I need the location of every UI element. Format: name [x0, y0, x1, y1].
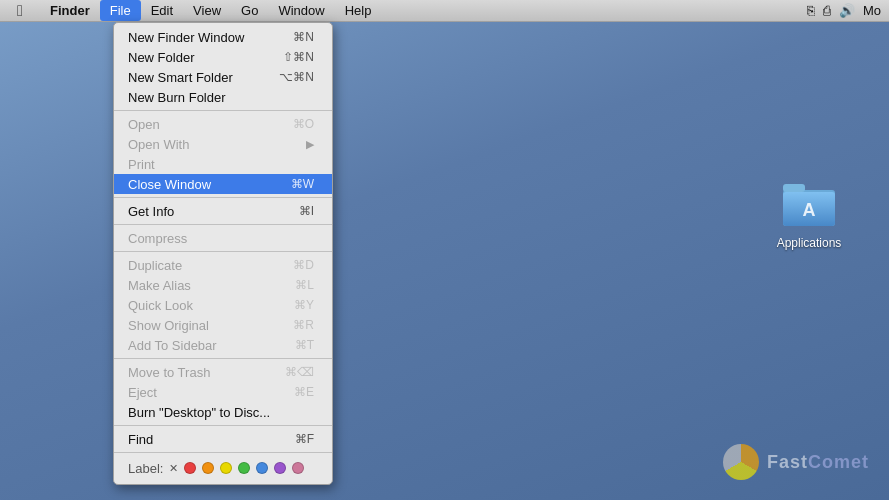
- wifi-icon[interactable]: ⎘: [807, 3, 815, 18]
- menubar-file[interactable]: File: [100, 0, 141, 21]
- menu-shortcut: ⌘R: [293, 318, 314, 332]
- watermark-logo: [723, 444, 759, 480]
- menu-label: New Burn Folder: [128, 90, 226, 105]
- menu-open-with: Open With ▶: [114, 134, 332, 154]
- menu-label: Print: [128, 157, 155, 172]
- menu-label: Find: [128, 432, 153, 447]
- menu-shortcut: ⌘I: [299, 204, 314, 218]
- user-label: Mo: [863, 3, 881, 18]
- menu-label: Get Info: [128, 204, 174, 219]
- menu-eject: Eject ⌘E: [114, 382, 332, 402]
- applications-label: Applications: [777, 236, 842, 250]
- menu-label: Add To Sidebar: [128, 338, 217, 353]
- menu-shortcut: ⌘⌫: [285, 365, 314, 379]
- menubar-window[interactable]: Window: [268, 0, 334, 21]
- menu-show-original: Show Original ⌘R: [114, 315, 332, 335]
- menu-new-finder-window[interactable]: New Finder Window ⌘N: [114, 27, 332, 47]
- menu-add-to-sidebar: Add To Sidebar ⌘T: [114, 335, 332, 355]
- menu-label: Show Original: [128, 318, 209, 333]
- menu-label: Compress: [128, 231, 187, 246]
- svg-text:A: A: [803, 200, 816, 220]
- bluetooth-icon[interactable]: ⎙: [823, 3, 831, 18]
- menu-print: Print: [114, 154, 332, 174]
- menu-shortcut: ⌘L: [295, 278, 314, 292]
- menu-label: Duplicate: [128, 258, 182, 273]
- menu-quick-look: Quick Look ⌘Y: [114, 295, 332, 315]
- menu-shortcut: ⌘T: [295, 338, 314, 352]
- svg-rect-1: [783, 184, 805, 192]
- label-section: Label: ✕: [114, 456, 332, 480]
- menu-shortcut: ⇧⌘N: [283, 50, 314, 64]
- folder-svg: A: [783, 180, 835, 232]
- menu-label: New Folder: [128, 50, 194, 65]
- menu-shortcut: ⌘W: [291, 177, 314, 191]
- menu-shortcut: ⌘D: [293, 258, 314, 272]
- label-purple[interactable]: [274, 462, 286, 474]
- menu-new-burn-folder[interactable]: New Burn Folder: [114, 87, 332, 107]
- submenu-arrow: ▶: [306, 138, 314, 151]
- menu-compress: Compress: [114, 228, 332, 248]
- menu-shortcut: ⌘E: [294, 385, 314, 399]
- watermark: FastComet: [723, 444, 869, 480]
- label-red[interactable]: [184, 462, 196, 474]
- apple-menu[interactable]: : [0, 0, 40, 21]
- menu-duplicate: Duplicate ⌘D: [114, 255, 332, 275]
- menu-label: Open With: [128, 137, 189, 152]
- separator-1: [114, 110, 332, 111]
- file-menu-dropdown: New Finder Window ⌘N New Folder ⇧⌘N New …: [113, 22, 333, 485]
- watermark-fast: Fast: [767, 452, 808, 472]
- watermark-text: FastComet: [767, 452, 869, 473]
- separator-7: [114, 452, 332, 453]
- menubar-edit[interactable]: Edit: [141, 0, 183, 21]
- menu-close-window[interactable]: Close Window ⌘W: [114, 174, 332, 194]
- desktop:  Finder File Edit View Go Window Help ⎘…: [0, 0, 889, 500]
- menu-label: Eject: [128, 385, 157, 400]
- menu-make-alias: Make Alias ⌘L: [114, 275, 332, 295]
- menubar-finder[interactable]: Finder: [40, 0, 100, 21]
- label-clear[interactable]: ✕: [169, 462, 178, 475]
- menu-label: Burn "Desktop" to Disc...: [128, 405, 270, 420]
- menu-shortcut: ⌘N: [293, 30, 314, 44]
- menu-burn[interactable]: Burn "Desktop" to Disc...: [114, 402, 332, 422]
- menu-label: New Finder Window: [128, 30, 244, 45]
- separator-3: [114, 224, 332, 225]
- label-orange[interactable]: [202, 462, 214, 474]
- menu-label: Quick Look: [128, 298, 193, 313]
- menubar-view[interactable]: View: [183, 0, 231, 21]
- menu-get-info[interactable]: Get Info ⌘I: [114, 201, 332, 221]
- separator-5: [114, 358, 332, 359]
- menu-label: Move to Trash: [128, 365, 210, 380]
- volume-icon[interactable]: 🔊: [839, 3, 855, 18]
- menu-label: Open: [128, 117, 160, 132]
- menu-move-to-trash: Move to Trash ⌘⌫: [114, 362, 332, 382]
- applications-desktop-icon[interactable]: A Applications: [769, 180, 849, 250]
- label-text: Label:: [128, 461, 163, 476]
- watermark-comet: Comet: [808, 452, 869, 472]
- menu-label: Close Window: [128, 177, 211, 192]
- menubar-go[interactable]: Go: [231, 0, 268, 21]
- menu-open: Open ⌘O: [114, 114, 332, 134]
- label-yellow[interactable]: [220, 462, 232, 474]
- label-blue[interactable]: [256, 462, 268, 474]
- label-pink[interactable]: [292, 462, 304, 474]
- label-green[interactable]: [238, 462, 250, 474]
- menu-shortcut: ⌥⌘N: [279, 70, 314, 84]
- menu-shortcut: ⌘Y: [294, 298, 314, 312]
- menu-new-smart-folder[interactable]: New Smart Folder ⌥⌘N: [114, 67, 332, 87]
- separator-2: [114, 197, 332, 198]
- menubar:  Finder File Edit View Go Window Help ⎘…: [0, 0, 889, 22]
- menu-label: Make Alias: [128, 278, 191, 293]
- menu-new-folder[interactable]: New Folder ⇧⌘N: [114, 47, 332, 67]
- applications-folder-icon: A: [783, 180, 835, 232]
- separator-6: [114, 425, 332, 426]
- menu-shortcut: ⌘F: [295, 432, 314, 446]
- menubar-help[interactable]: Help: [335, 0, 382, 21]
- separator-4: [114, 251, 332, 252]
- menubar-right: ⎘ ⎙ 🔊 Mo: [807, 3, 889, 18]
- menu-label: New Smart Folder: [128, 70, 233, 85]
- menu-shortcut: ⌘O: [293, 117, 314, 131]
- menu-find[interactable]: Find ⌘F: [114, 429, 332, 449]
